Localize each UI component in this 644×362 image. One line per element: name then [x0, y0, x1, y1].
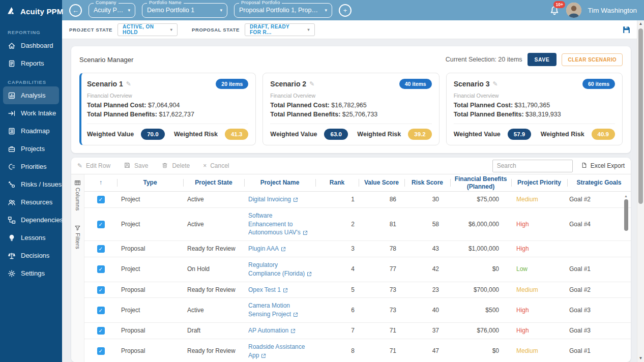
sidebar-item-risks-issues[interactable]: Risks / Issues: [3, 175, 59, 193]
row-checkbox[interactable]: ✓: [97, 196, 105, 203]
notifications-button[interactable]: 10+: [549, 5, 560, 16]
sidebar-item-projects[interactable]: Projects: [3, 140, 59, 158]
rank-cell: 3: [315, 241, 359, 257]
row-checkbox[interactable]: ✓: [97, 347, 105, 355]
company-select-value: Acuity PPM: [94, 7, 124, 14]
home-icon: [7, 41, 16, 50]
save-scenario-button[interactable]: SAVE: [528, 53, 557, 66]
column-header-strategic-goals[interactable]: Strategic Goals: [567, 174, 631, 191]
sidebar-item-lessons[interactable]: Lessons: [3, 229, 59, 247]
clear-scenario-button[interactable]: CLEAR SCENARIO: [562, 53, 623, 66]
proposal-state-label: PROPOSAL STATE: [192, 27, 240, 33]
table-row: ✓ProjectActiveCamera Motion Sensing Proj…: [84, 298, 631, 323]
sidebar-item-priorities[interactable]: Priorities: [3, 158, 59, 175]
sidebar-item-analysis[interactable]: Analysis: [3, 86, 59, 104]
column-header-project-name[interactable]: Project Name: [244, 174, 315, 191]
sidebar-item-label: Work Intake: [21, 109, 56, 117]
portfolio-select[interactable]: Portfolio Name Demo Portfolio 1 ▾: [142, 3, 227, 18]
current-selection-text: Current Selection: 20 items: [446, 56, 522, 63]
collapse-back-button[interactable]: ←: [69, 4, 82, 17]
delete-row-button[interactable]: Delete: [161, 162, 190, 170]
project-name-cell: AP Automation: [244, 323, 315, 339]
sidebar-item-label: Resources: [21, 198, 52, 206]
row-checkbox[interactable]: ✓: [97, 327, 105, 335]
table-scrollbar-thumb[interactable]: [624, 199, 628, 231]
column-header-risk-score[interactable]: Risk Score: [404, 174, 450, 191]
column-header-project-priority[interactable]: Project Priority: [511, 174, 567, 191]
sidebar-item-reports[interactable]: Reports: [3, 54, 59, 72]
select-cell: ✓: [84, 207, 117, 240]
user-name[interactable]: Tim Washington: [588, 7, 637, 14]
project-state-select[interactable]: ACTIVE, ON HOLD ▾: [118, 23, 178, 36]
avatar[interactable]: [566, 3, 581, 18]
project-link[interactable]: AP Automation: [248, 327, 295, 334]
cancel-button[interactable]: ×Cancel: [203, 162, 229, 169]
sidebar-item-settings[interactable]: Settings: [3, 264, 59, 282]
search-input[interactable]: [492, 160, 573, 172]
value-score-cell: 78: [359, 241, 404, 257]
project-link[interactable]: Camera Motion Sensing Project: [248, 302, 297, 318]
row-checkbox[interactable]: ✓: [97, 245, 105, 253]
scenario-card-2[interactable]: Scenario 2 ✎ 40 items Financial Overview…: [262, 73, 439, 145]
proposal-portfolio-select[interactable]: Proposal Portfolio Proposal Portfolio 1,…: [234, 3, 332, 18]
grid-tab-columns[interactable]: Columns: [74, 179, 81, 211]
page-scrollbar-thumb[interactable]: [638, 28, 643, 204]
edit-pencil-icon[interactable]: ✎: [492, 80, 497, 87]
app-logo[interactable]: Acuity PPM: [0, 0, 62, 22]
row-checkbox[interactable]: ✓: [97, 307, 105, 314]
project-priority-cell: Low: [511, 257, 567, 282]
columns-icon: [74, 179, 81, 186]
edit-pencil-icon[interactable]: ✎: [126, 80, 131, 87]
project-link[interactable]: Plugin AAA: [248, 245, 285, 252]
excel-export-button[interactable]: Excel Export: [581, 162, 625, 170]
scenario-card-1[interactable]: Scenario 1 ✎ 20 items Financial Overview…: [79, 73, 256, 145]
save-view-icon[interactable]: [622, 25, 631, 34]
sidebar-item-resources[interactable]: Resources: [3, 193, 59, 211]
add-portfolio-button[interactable]: +: [339, 4, 352, 17]
project-link[interactable]: Software Enhancement to Autonomous UAV's: [248, 212, 307, 236]
save-row-button[interactable]: Save: [124, 162, 148, 170]
column-header-type[interactable]: Type: [117, 174, 183, 191]
edit-row-button[interactable]: ✎Edit Row: [77, 162, 110, 169]
project-link[interactable]: Regulatory Compliance (Florida): [248, 261, 311, 277]
scroll-up-icon[interactable]: ▲: [637, 20, 644, 27]
sidebar-item-work-intake[interactable]: Work Intake: [3, 104, 59, 122]
column-header-rank[interactable]: Rank: [315, 174, 359, 191]
sidebar-item-dashboard[interactable]: Dashboard: [3, 37, 59, 54]
resources-icon: [7, 198, 16, 206]
projects-icon: [7, 144, 16, 153]
column-header-value-score[interactable]: Value Score: [359, 174, 404, 191]
grid-tab-filters[interactable]: Filters: [74, 224, 81, 249]
edit-pencil-icon[interactable]: ✎: [309, 80, 314, 87]
weighted-value-pill: 57.9: [508, 129, 531, 140]
sort-ascending-icon[interactable]: ↑: [84, 174, 117, 191]
grid-table-wrap: ↑TypeProject StateProject NameRankValue …: [84, 174, 631, 362]
sidebar-item-decisions[interactable]: Decisions: [3, 247, 59, 264]
select-cell: ✓: [84, 241, 117, 257]
project-link[interactable]: Roadside Assistance App: [248, 343, 305, 359]
scroll-down-icon[interactable]: ▼: [637, 355, 644, 362]
column-header-project-state[interactable]: Project State: [183, 174, 244, 191]
row-checkbox[interactable]: ✓: [97, 286, 105, 294]
company-select[interactable]: Company Acuity PPM ▾: [89, 3, 135, 18]
table-scrollbar[interactable]: ▲: [624, 191, 628, 362]
risk-score-cell: 23: [404, 282, 450, 298]
sidebar-item-dependencies[interactable]: Dependencies: [3, 211, 59, 229]
top-header: ← Company Acuity PPM ▾ Portfolio Name De…: [62, 0, 644, 20]
page-scrollbar[interactable]: ▲ ▼: [637, 20, 644, 362]
column-header-financial-benefits-planned-[interactable]: Financial Benefits (Planned): [450, 174, 511, 191]
sidebar-item-roadmap[interactable]: Roadmap: [3, 122, 59, 140]
row-checkbox[interactable]: ✓: [97, 265, 105, 273]
scenario-card-3[interactable]: Scenario 3 ✎ 60 items Financial Overview…: [446, 73, 623, 145]
project-link[interactable]: Digital Invoicing: [248, 196, 297, 203]
financial-benefits-cell: $76,000: [450, 323, 511, 339]
scroll-up-icon[interactable]: ▲: [624, 191, 628, 198]
financial-benefits-cell: $700,000: [450, 282, 511, 298]
proposal-state-select[interactable]: DRAFT, READY FOR R... ▾: [245, 23, 315, 36]
project-link[interactable]: Opex Test 1: [248, 286, 287, 293]
dependencies-icon: [7, 216, 16, 224]
external-link-icon: [280, 245, 285, 250]
strategic-goal-cell: Goal #3: [567, 323, 631, 339]
row-checkbox[interactable]: ✓: [97, 221, 105, 228]
rank-cell: 1: [315, 192, 359, 208]
